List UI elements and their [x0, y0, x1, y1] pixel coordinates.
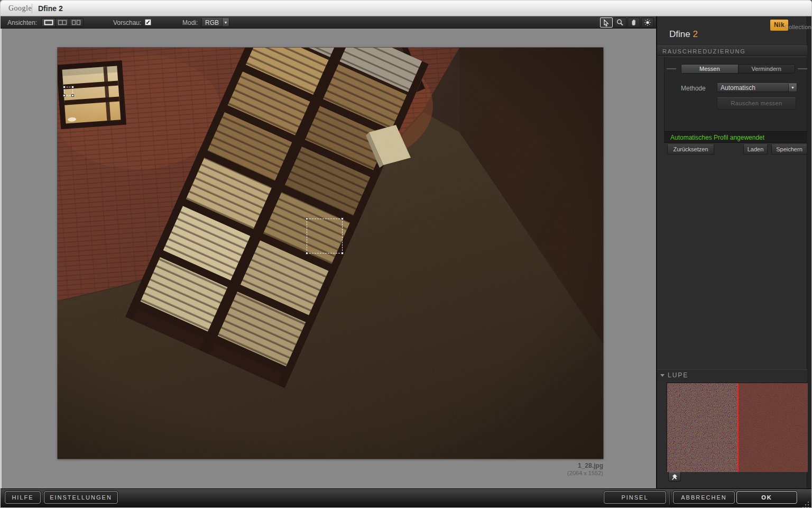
ansichten-label: Ansichten:: [7, 19, 37, 26]
nik-collection-label: Collection: [785, 22, 811, 33]
window-title: Dfine 2: [38, 4, 63, 13]
dfine2-window: Google Dfine 2 Ansichten: Vorschau: ✓ Mo…: [0, 0, 812, 508]
lupe-label: LUPE: [668, 371, 688, 379]
panel-title-version: 2: [693, 29, 697, 39]
image-caption: 1_28.jpg (2064 x 1552): [58, 462, 603, 477]
view-single-icon: [44, 20, 53, 25]
pin-icon: [671, 474, 678, 480]
selection-handle[interactable]: [306, 217, 308, 220]
title-bar: Google Dfine 2: [1, 1, 812, 16]
image-dimensions: (2064 x 1552): [58, 469, 603, 477]
panel-title-text: Dfine: [669, 29, 690, 39]
bottom-bar: HILFE EINSTELLUNGEN PINSEL ABBRECHEN OK: [1, 488, 812, 508]
einstellungen-button[interactable]: EINSTELLUNGEN: [44, 491, 118, 504]
toolbar: Ansichten: Vorschau: ✓ Modi: RGB ▼: [1, 16, 656, 29]
speichern-button[interactable]: Speichern: [771, 144, 807, 155]
canvas-tools: [600, 17, 654, 28]
view-single-button[interactable]: [42, 19, 56, 26]
title-divider: [32, 4, 32, 13]
collapse-triangle-icon: [660, 374, 665, 377]
photo-preview[interactable]: [58, 48, 603, 459]
cursor-icon: [602, 19, 611, 26]
profile-status-text: Automatisches Profil angewendet: [670, 134, 764, 141]
tab-vermindern[interactable]: Vermindern: [739, 65, 795, 73]
hand-icon: [630, 19, 638, 26]
canvas-area: 1_28.jpg (2064 x 1552): [1, 29, 656, 488]
modi-value: RGB: [202, 19, 222, 26]
laden-button[interactable]: Laden: [743, 144, 768, 155]
lupe-noise-image: [667, 383, 808, 472]
panel-title: Dfine 2: [669, 29, 698, 40]
tab-dash-left: [667, 68, 676, 69]
section-header-rauschreduzierung[interactable]: RAUSCHREDUZIERUNG: [657, 46, 807, 56]
lupe-section-header[interactable]: LUPE: [657, 369, 807, 380]
lupe-divider-line: [737, 383, 739, 472]
selection-handle[interactable]: [341, 252, 344, 255]
nik-logo: Nik Collection: [770, 20, 788, 31]
zoom-tool-button[interactable]: [614, 17, 626, 28]
pinsel-button[interactable]: PINSEL: [604, 491, 666, 504]
lightbulb-icon: [643, 19, 652, 26]
noise-measure-rect-large[interactable]: [307, 219, 343, 253]
select-tool-button[interactable]: [600, 17, 613, 28]
methode-select[interactable]: Automatisch ▼: [717, 83, 797, 92]
ok-button[interactable]: OK: [736, 491, 797, 504]
methode-label: Methode: [681, 85, 706, 92]
hilfe-button[interactable]: HILFE: [5, 491, 41, 504]
view-split-icon: [58, 20, 67, 25]
settings-panel: Nik Collection Dfine 2 RAUSCHREDUZIERUNG…: [656, 16, 812, 488]
selection-handle[interactable]: [71, 94, 74, 97]
view-mode-group: [41, 18, 84, 27]
chevron-down-icon: ▼: [788, 84, 797, 92]
pan-tool-button[interactable]: [628, 17, 640, 28]
tab-dash-right: [798, 68, 807, 69]
tab-messen[interactable]: Messen: [681, 65, 739, 73]
methode-value: Automatisch: [717, 84, 788, 92]
vorschau-checkbox[interactable]: ✓: [145, 19, 151, 25]
selection-handle[interactable]: [341, 217, 344, 220]
selection-handle[interactable]: [306, 252, 308, 255]
resize-grip[interactable]: [802, 502, 810, 508]
modi-select[interactable]: RGB ▼: [201, 18, 229, 27]
view-split-button[interactable]: [56, 19, 69, 26]
noise-measure-rect-small[interactable]: [64, 87, 73, 96]
mode-tabs: Messen Vermindern: [681, 64, 795, 74]
view-sidebyside-button[interactable]: [69, 19, 83, 26]
selection-handle[interactable]: [71, 86, 74, 88]
lupe-pin-button[interactable]: [668, 472, 681, 482]
zuruecksetzen-button[interactable]: Zurücksetzen: [667, 144, 714, 155]
view-sidebyside-icon: [71, 20, 81, 25]
zoom-icon: [616, 19, 624, 26]
footer-divider: [669, 492, 670, 504]
chevron-down-icon: ▼: [222, 19, 229, 26]
rauschen-messen-button[interactable]: Rauschen messen: [717, 97, 796, 110]
modi-label: Modi:: [182, 19, 198, 26]
selection-handle[interactable]: [63, 86, 66, 88]
image-filename: 1_28.jpg: [58, 462, 603, 469]
lupe-preview[interactable]: [667, 383, 807, 471]
lightbulb-tool-button[interactable]: [641, 17, 654, 28]
vorschau-label: Vorschau:: [113, 19, 141, 26]
profile-status-strip: Automatisches Profil angewendet: [664, 131, 807, 143]
google-logo: Google: [8, 4, 32, 13]
abbrechen-button[interactable]: ABBRECHEN: [673, 491, 735, 504]
selection-handle[interactable]: [63, 94, 66, 97]
